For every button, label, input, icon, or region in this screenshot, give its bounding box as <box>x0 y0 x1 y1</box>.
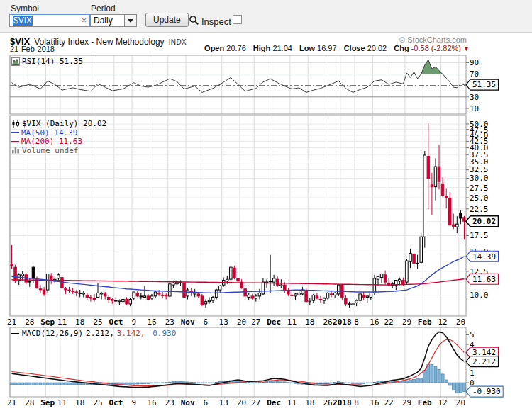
period-label: Period <box>91 4 116 13</box>
update-button[interactable]: Update <box>145 13 189 27</box>
macd-legend-label: MACD(12,26,9) <box>22 329 83 338</box>
chart-date: 21-Feb-2018 <box>10 45 55 53</box>
svg-text:11: 11 <box>287 317 297 327</box>
svg-text:9: 9 <box>131 317 136 327</box>
svg-text:22.5: 22.5 <box>470 205 489 214</box>
svg-text:Sep: Sep <box>40 317 55 327</box>
macd-legend: MACD(12,26,9) 2.212, 3.142, -0.930 <box>11 329 176 338</box>
svg-text:Nov: Nov <box>181 398 195 407</box>
svg-text:20: 20 <box>237 317 246 327</box>
macd-value: 2.212, <box>86 329 114 338</box>
svg-text:10.0: 10.0 <box>470 291 489 300</box>
period-select[interactable]: Daily <box>90 14 137 27</box>
inspect-checkbox[interactable] <box>233 15 242 24</box>
svg-text:28: 28 <box>25 317 34 327</box>
svg-text:27: 27 <box>251 317 260 327</box>
svg-text:70: 70 <box>470 69 479 79</box>
svg-text:90: 90 <box>470 58 479 67</box>
svg-text:16: 16 <box>370 398 379 407</box>
svg-text:20: 20 <box>237 398 246 407</box>
svg-text:20.02: 20.02 <box>472 217 496 226</box>
svg-text:18: 18 <box>305 398 314 407</box>
chevron-down-icon <box>124 15 136 26</box>
macd-line-swatch <box>11 333 19 334</box>
svg-text:10: 10 <box>470 104 479 113</box>
low-value: 16.97 <box>317 44 337 52</box>
svg-text:25: 25 <box>93 398 102 407</box>
svg-text:Feb: Feb <box>418 317 432 327</box>
svg-text:22: 22 <box>384 398 393 407</box>
ma200-legend-label: MA(200) 11.63 <box>21 137 82 146</box>
high-label: High <box>253 44 270 52</box>
svg-text:-0.930: -0.930 <box>472 387 501 396</box>
svg-text:23: 23 <box>165 317 174 327</box>
svg-text:27.5: 27.5 <box>470 184 489 193</box>
svg-text:26: 26 <box>323 317 332 327</box>
svg-text:26: 26 <box>323 398 332 407</box>
svg-text:Dec: Dec <box>267 398 281 407</box>
svg-text:28: 28 <box>25 398 34 407</box>
svg-text:11.63: 11.63 <box>472 275 496 284</box>
ma50-legend-label: MA(50) 14.39 <box>21 128 77 137</box>
svg-text:29: 29 <box>402 398 411 407</box>
svg-text:11: 11 <box>287 398 297 407</box>
high-value: 21.04 <box>272 44 292 52</box>
price-legend-label: $VIX (Daily) 20.02 <box>22 119 106 128</box>
chg-label: Chg <box>394 44 409 52</box>
svg-text:11: 11 <box>57 317 67 327</box>
svg-text:Dec: Dec <box>267 317 281 327</box>
close-value: 20.02 <box>367 44 387 52</box>
svg-text:18: 18 <box>75 317 84 327</box>
inspect-label: Inspect <box>201 16 231 27</box>
candlestick-icon <box>11 120 20 128</box>
svg-text:8: 8 <box>354 317 359 327</box>
period-select-value: Daily <box>94 16 113 26</box>
svg-text:11: 11 <box>57 398 67 407</box>
svg-text:12: 12 <box>438 398 447 407</box>
svg-text:5: 5 <box>470 330 475 339</box>
svg-text:2018: 2018 <box>333 317 352 327</box>
svg-text:25: 25 <box>93 317 102 327</box>
volume-legend-label: Volume undef <box>22 146 78 155</box>
exchange-label: INDX <box>169 38 187 46</box>
ohlc-row: Open 20.76 High 21.04 Low 16.97 Close 20… <box>199 44 470 52</box>
symbol-input[interactable]: $VIX × <box>9 14 90 27</box>
svg-text:17.5: 17.5 <box>470 231 489 240</box>
low-label: Low <box>299 44 315 52</box>
chg-value: -0.58 (-2.82%) <box>411 44 461 52</box>
svg-text:2.212: 2.212 <box>472 357 496 366</box>
svg-text:1: 1 <box>470 368 475 378</box>
search-icon <box>189 15 199 26</box>
histogram-value: -0.930 <box>148 329 177 338</box>
rsi-legend: RSI(14) 51.35 <box>11 57 83 66</box>
signal-value: 3.142, <box>117 329 145 338</box>
svg-text:16: 16 <box>147 398 156 407</box>
open-value: 20.76 <box>226 44 246 52</box>
svg-text:16: 16 <box>147 317 156 327</box>
rsi-legend-label: RSI(14) 51.35 <box>22 57 83 66</box>
svg-text:6: 6 <box>204 317 209 327</box>
stockcharts-page: Symbol $VIX × Period Daily Update Inspec… <box>0 0 532 411</box>
svg-text:51.35: 51.35 <box>472 80 496 89</box>
clear-icon[interactable]: × <box>82 17 87 24</box>
down-triangle-icon[interactable]: ▼ <box>463 45 470 52</box>
svg-text:20: 20 <box>456 317 465 327</box>
svg-text:Feb: Feb <box>418 398 432 407</box>
svg-text:Nov: Nov <box>181 317 195 327</box>
svg-text:2018: 2018 <box>333 398 352 407</box>
svg-text:21: 21 <box>7 398 16 407</box>
svg-text:18: 18 <box>75 398 84 407</box>
svg-text:30.0: 30.0 <box>470 174 489 183</box>
svg-text:18: 18 <box>305 317 314 327</box>
svg-text:20: 20 <box>456 398 465 407</box>
svg-text:8: 8 <box>354 398 359 407</box>
volume-bars-icon <box>11 147 20 154</box>
main-legend: $VIX (Daily) 20.02 MA(50) 14.39 MA(200) … <box>11 119 106 155</box>
svg-text:6: 6 <box>204 398 209 407</box>
svg-text:30: 30 <box>470 93 479 102</box>
svg-text:25.0: 25.0 <box>470 193 489 203</box>
svg-text:21: 21 <box>7 317 16 327</box>
svg-text:Oct: Oct <box>109 398 123 407</box>
svg-text:13: 13 <box>219 398 228 407</box>
ma200-line-swatch <box>11 141 19 142</box>
